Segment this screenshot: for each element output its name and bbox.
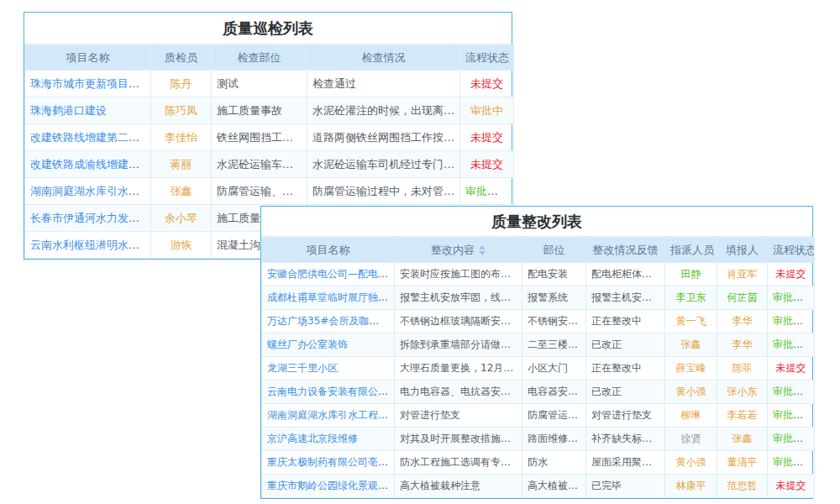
- project-name-link[interactable]: 珠海鹤港口建设: [30, 104, 107, 117]
- project-name-cell: 改建铁路成渝线增建第...: [25, 151, 151, 178]
- cell-text: 高大植被栽种: [528, 480, 586, 491]
- rectification-table: 项目名称整改内容部位整改情况反馈指派人员填报人流程状态 安徽合肥供电公司—配电设…: [261, 237, 815, 498]
- text-cell: 道路两侧铁丝网围挡工作按设计...: [307, 124, 460, 151]
- person-cell: 蒋丽: [151, 151, 212, 178]
- person-name: 陈菲: [732, 362, 753, 374]
- project-name-link[interactable]: 重庆市鹅岭公园绿化景观提升...: [267, 480, 395, 491]
- text-cell: 不锈钢边框玻璃隔断安装不牢...: [395, 310, 522, 333]
- project-name-link[interactable]: 改建铁路成渝线增建第...: [30, 158, 150, 171]
- cell-text: 报警主机安放...: [591, 291, 661, 303]
- column-header: 填报人: [717, 238, 768, 263]
- person-cell: 李华: [717, 333, 768, 357]
- status-cell: 审批通过: [768, 451, 815, 475]
- cell-text: 配电安装: [528, 268, 568, 280]
- cell-text: 电容器安装...: [528, 386, 586, 397]
- project-name-cell: 长春市伊通河水力发电...: [25, 205, 151, 232]
- status-cell: 审批通过: [768, 428, 815, 451]
- cell-text: 测试: [217, 77, 239, 90]
- person-name: 柳琳: [681, 409, 701, 421]
- project-name-link[interactable]: 安徽合肥供电公司—配电设备...: [267, 268, 395, 280]
- sort-icon[interactable]: [479, 245, 486, 255]
- column-header: 流程状态: [768, 238, 815, 263]
- cell-text: 铁丝网围挡工作检查: [217, 131, 307, 144]
- status-cell: 审批通过: [768, 333, 815, 357]
- column-header: 部位: [522, 238, 586, 263]
- project-name-link[interactable]: 云南电力设备安装有限公司20...: [267, 386, 395, 397]
- status-badge: 未提交: [776, 268, 806, 280]
- text-cell: 二至三楼混...: [522, 333, 586, 357]
- project-name-link[interactable]: 万达广场35#会所及咖啡厅空...: [267, 315, 395, 327]
- cell-text: 对管进行垫支: [591, 409, 652, 421]
- project-name-link[interactable]: 珠海市城市更新项目紫...: [30, 77, 150, 90]
- project-name-cell: 云南电力设备安装有限公司20...: [262, 381, 395, 404]
- cell-text: 报警系统: [528, 291, 568, 303]
- text-cell: 配电柜柜体与...: [586, 263, 665, 286]
- text-cell: 拆除到承重墙部分请做好加固...: [395, 333, 522, 357]
- person-cell: 李佳怡: [151, 124, 212, 151]
- status-badge: 未提交: [470, 158, 503, 171]
- project-name-cell: 京沪高速北京段维修: [262, 428, 395, 451]
- text-cell: 防腐管运输...: [522, 404, 586, 428]
- cell-text: 已改正: [591, 339, 622, 350]
- person-name: 张小东: [727, 386, 758, 397]
- status-badge: 审批通过: [773, 433, 813, 444]
- cell-text: 道路两侧铁丝网围挡工作按设计...: [312, 131, 460, 144]
- column-header-label: 流程状态: [465, 51, 509, 64]
- status-cell: 未提交: [460, 124, 514, 151]
- text-cell: 正在整改中: [586, 357, 665, 381]
- project-name-link[interactable]: 长春市伊通河水力发电...: [30, 212, 150, 224]
- cell-text: 已改正: [591, 386, 622, 397]
- cell-text: 对其及时开展整改措施，桥头...: [400, 433, 522, 444]
- text-cell: 高大植被栽种: [522, 475, 586, 498]
- cell-text: 水泥砼灌注的时候，出现离析现象: [312, 104, 460, 117]
- project-name-link[interactable]: 湖南洞庭湖水库引水工...: [30, 185, 150, 197]
- person-name: 张鑫: [732, 433, 753, 444]
- project-name-cell: 改建铁路线增建第二线...: [25, 124, 151, 151]
- project-name-link[interactable]: 湖南洞庭湖水库引水工程施工1...: [267, 409, 395, 421]
- person-name: 李若若: [727, 409, 758, 421]
- project-name-link[interactable]: 改建铁路线增建第二线...: [30, 131, 150, 144]
- person-cell: 陈巧凤: [151, 97, 212, 124]
- cell-text: 高大植被栽种注意: [400, 480, 480, 491]
- project-name-link[interactable]: 成都杜甫草堂临时展厅独立展...: [267, 291, 395, 303]
- cell-text: 正在整改中: [591, 315, 642, 327]
- cell-text: 大理石质量更换，12月31日之...: [400, 362, 522, 374]
- person-cell: 田静: [665, 263, 717, 286]
- cell-text: 路面维修检...: [528, 433, 586, 444]
- project-name-cell: 重庆市鹅岭公园绿化景观提升...: [262, 475, 395, 498]
- person-cell: 陈菲: [717, 357, 768, 381]
- person-name: 蒋丽: [171, 158, 192, 171]
- person-cell: 游恢: [151, 232, 212, 259]
- text-cell: 报警主机安放牢固，线缆连接...: [395, 286, 522, 310]
- cell-text: 小区大门: [528, 362, 568, 374]
- project-name-link[interactable]: 云南水利枢纽潜明水库...: [30, 239, 150, 251]
- text-cell: 防腐管运输过程中，未对管进行...: [307, 178, 460, 205]
- person-cell: 徐贤: [665, 428, 717, 451]
- project-name-link[interactable]: 螺丝厂办公室装饰: [267, 339, 348, 350]
- project-name-link[interactable]: 京沪高速北京段维修: [267, 433, 358, 444]
- cell-text: 正在整改中: [591, 362, 642, 374]
- text-cell: 正在整改中: [586, 310, 665, 333]
- column-header: 整改情况反馈: [586, 238, 665, 263]
- cell-text: 防腐管运输、布管: [217, 185, 304, 197]
- project-name-cell: 湖南洞庭湖水库引水工程施工1...: [262, 404, 395, 428]
- project-name-link[interactable]: 重庆太极制药有限公司亳州中...: [267, 456, 395, 468]
- person-name: 陈丹: [171, 77, 192, 90]
- column-header[interactable]: 整改内容: [395, 238, 522, 263]
- text-cell: 施工质量事故: [212, 97, 307, 124]
- column-header-label: 整改内容: [431, 244, 475, 256]
- text-cell: 大理石质量更换，12月31日之...: [395, 357, 522, 381]
- person-name: 李卫东: [676, 291, 706, 303]
- person-cell: 余小琴: [151, 205, 212, 232]
- person-name: 黄小强: [676, 386, 706, 397]
- column-header-label: 部位: [543, 244, 565, 256]
- person-cell: 李卫东: [665, 286, 717, 310]
- cell-text: 水泥砼运输车检查: [217, 158, 304, 171]
- person-name: 张鑫: [171, 185, 192, 197]
- project-name-link[interactable]: 龙湖三千里小区: [267, 362, 338, 374]
- text-cell: 检查通过: [307, 71, 460, 97]
- column-header-label: 整改情况反馈: [593, 244, 659, 256]
- table-row: 湖南洞庭湖水库引水工...张鑫防腐管运输、布管防腐管运输过程中，未对管进行...…: [25, 178, 514, 205]
- status-cell: 未提交: [768, 357, 815, 381]
- text-cell: 对管进行垫支: [586, 404, 665, 428]
